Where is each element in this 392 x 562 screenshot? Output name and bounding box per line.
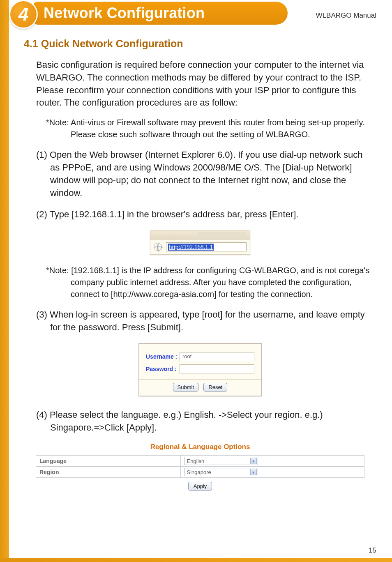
step-2-text: (2) Type [192.168.1.1] in the browser's … (36, 208, 372, 221)
username-input[interactable] (180, 352, 254, 361)
language-label-cell: Language (36, 456, 181, 467)
note-1: *Note: Anti-virus or Firewall software m… (46, 117, 373, 140)
browser-toolbar-strip (150, 230, 250, 240)
page-content: 4.1 Quick Network Configuration Basic co… (24, 38, 376, 491)
table-row: Language English ▾ (36, 456, 364, 467)
submit-button[interactable]: Submit (173, 383, 198, 392)
note-2-text: *Note: [192.168.1.1] is the IP address f… (46, 265, 373, 300)
step-1: (1) Open the Web browser (Internet Explo… (36, 149, 372, 199)
step-2: (2) Type [192.168.1.1] in the browser's … (36, 208, 372, 221)
table-row: Region Singapore ▾ (36, 467, 364, 478)
address-url: http://192.168.1.1 (168, 244, 214, 251)
chapter-header-bar: Network Configuration (33, 2, 288, 25)
note-1-text: *Note: Anti-virus or Firewall software m… (46, 117, 373, 140)
address-bar-screenshot: http://192.168.1.1 (150, 230, 250, 255)
language-value: English (187, 458, 205, 464)
note-2: *Note: [192.168.1.1] is the IP address f… (46, 265, 373, 300)
chapter-title: Network Configuration (44, 5, 205, 22)
chevron-down-icon: ▾ (250, 458, 257, 464)
region-select[interactable]: Singapore ▾ (184, 468, 258, 476)
step-3-text: (3) When log-in screen is appeared, type… (36, 309, 372, 334)
page-number: 15 (369, 546, 376, 555)
manual-label: WLBARGO Manual (316, 12, 376, 20)
regional-title: Regional & Language Options (24, 443, 376, 451)
side-strip (0, 0, 9, 562)
username-label: Username : (146, 353, 180, 360)
login-screenshot: Username : Password : Submit Reset (138, 343, 262, 396)
password-label: Password : (146, 366, 180, 372)
region-value: Singapore (187, 469, 211, 475)
step-4: (4) Please select the language. e.g.) En… (36, 409, 372, 434)
globe-icon (154, 243, 162, 251)
intro-paragraph: Basic configuration is required before c… (36, 59, 372, 109)
language-select[interactable]: English ▾ (184, 457, 258, 465)
step-3: (3) When log-in screen is appeared, type… (36, 309, 372, 334)
chapter-badge: 4 (9, 0, 38, 29)
bottom-strip (0, 558, 392, 562)
password-input[interactable] (180, 364, 254, 373)
regional-table: Language English ▾ Region Singapore ▾ (36, 455, 364, 478)
region-label-cell: Region (36, 467, 181, 478)
reset-button[interactable]: Reset (203, 383, 227, 392)
step-1-text: (1) Open the Web browser (Internet Explo… (36, 149, 372, 199)
address-field[interactable]: http://192.168.1.1 (166, 242, 247, 251)
step-4-text: (4) Please select the language. e.g.) En… (36, 409, 372, 434)
chapter-number: 4 (18, 4, 28, 25)
chevron-down-icon: ▾ (250, 469, 257, 475)
section-title: 4.1 Quick Network Configuration (24, 38, 376, 50)
apply-button[interactable]: Apply (188, 482, 212, 491)
